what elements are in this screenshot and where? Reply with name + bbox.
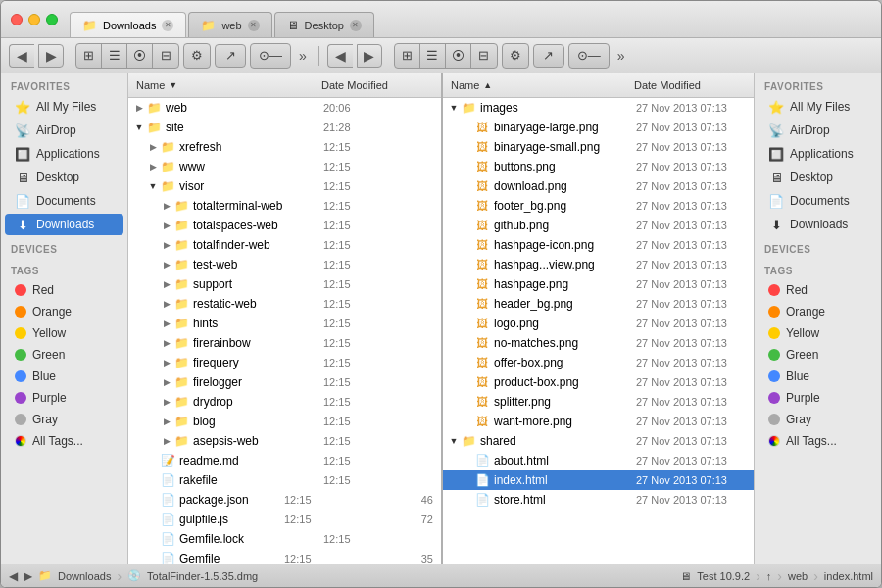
table-row[interactable]: ▶ 🖼 github.png 27 Nov 2013 07:13 bbox=[443, 216, 754, 235]
sidebar-tag-yellow[interactable]: Yellow bbox=[5, 323, 123, 343]
right-sidebar-downloads[interactable]: ⬇ Downloads bbox=[759, 214, 877, 235]
right-sidebar-tag-yellow[interactable]: Yellow bbox=[759, 323, 877, 343]
table-row[interactable]: ▶ 📝 readme.md 12:15 bbox=[128, 451, 441, 470]
table-row[interactable]: ▶ 📁 xrefresh 12:15 bbox=[128, 137, 441, 157]
table-row[interactable]: ▶ 📄 about.html 27 Nov 2013 07:13 bbox=[443, 451, 754, 470]
right-sidebar-tag-green[interactable]: Green bbox=[759, 345, 877, 365]
table-row[interactable]: ▶ 📁 totalfinder-web 12:15 bbox=[128, 235, 441, 255]
expand-arrow[interactable]: ▼ bbox=[447, 433, 461, 449]
right-sidebar-tag-orange[interactable]: Orange bbox=[759, 302, 877, 321]
column-view-button[interactable]: ⦿ bbox=[127, 44, 153, 68]
share-button[interactable]: ↗ bbox=[215, 44, 246, 68]
table-row[interactable]: ▼ 📁 images 27 Nov 2013 07:13 bbox=[443, 98, 754, 118]
tab-web[interactable]: 📁 web ✕ bbox=[188, 12, 271, 37]
table-row[interactable]: ▶ 📁 test-web 12:15 bbox=[128, 255, 441, 274]
sidebar-all-tags[interactable]: All Tags... bbox=[5, 431, 123, 451]
sidebar-tag-orange[interactable]: Orange bbox=[5, 302, 123, 321]
table-row[interactable]: ▶ 📁 web 20:06 bbox=[128, 98, 441, 118]
expand-arrow[interactable]: ▶ bbox=[160, 414, 173, 429]
sidebar-tag-purple[interactable]: Purple bbox=[5, 388, 123, 408]
table-row[interactable]: ▶ 🖼 binaryage-large.png 27 Nov 2013 07:1… bbox=[443, 118, 754, 137]
table-row[interactable]: ▶ 📁 blog 12:15 bbox=[128, 412, 441, 431]
right-sidebar-applications[interactable]: 🔲 Applications bbox=[759, 143, 877, 165]
right-forward-button[interactable]: ▶ bbox=[357, 44, 382, 68]
tab-downloads[interactable]: 📁 Downloads ✕ bbox=[70, 12, 186, 37]
table-row[interactable]: ▼ 📁 visor 12:15 bbox=[128, 176, 441, 196]
right-column-view[interactable]: ⦿ bbox=[446, 44, 471, 68]
right-sidebar-tag-gray[interactable]: Gray bbox=[759, 410, 877, 429]
icon-view-button[interactable]: ⊞ bbox=[76, 44, 102, 68]
table-row[interactable]: ▶ 📁 drydrop 12:15 bbox=[128, 392, 441, 412]
overflow-right[interactable]: » bbox=[613, 48, 629, 64]
table-row[interactable]: ▶ 🖼 hashpage-icon.png 27 Nov 2013 07:13 bbox=[443, 235, 754, 255]
table-row[interactable]: ▶ 📄 rakefile 12:15 bbox=[128, 470, 441, 490]
right-file-list[interactable]: ▼ 📁 images 27 Nov 2013 07:13 ▶ 🖼 binarya… bbox=[443, 98, 754, 564]
expand-arrow[interactable]: ▶ bbox=[160, 198, 173, 214]
arrange-button[interactable]: ⚙ bbox=[184, 44, 210, 68]
table-row[interactable]: ▶ 📄 Gemfile 12:15 35 bbox=[128, 549, 441, 564]
table-row[interactable]: ▶ 📄 store.html 27 Nov 2013 07:13 bbox=[443, 490, 754, 510]
expand-arrow[interactable]: ▶ bbox=[160, 296, 173, 312]
expand-arrow[interactable]: ▶ bbox=[160, 374, 173, 390]
table-row[interactable]: ▶ 📁 firelogger 12:15 bbox=[128, 372, 441, 392]
table-row[interactable]: ▶ 🖼 hashpag...view.png 27 Nov 2013 07:13 bbox=[443, 255, 754, 274]
table-row[interactable]: ▶ 🖼 download.png 27 Nov 2013 07:13 bbox=[443, 176, 754, 196]
expand-arrow[interactable]: ▶ bbox=[160, 335, 173, 351]
right-sidebar-tag-blue[interactable]: Blue bbox=[759, 367, 877, 386]
table-row[interactable]: ▶ 🖼 want-more.png 27 Nov 2013 07:13 bbox=[443, 412, 754, 431]
table-row[interactable]: ▶ 📁 totalspaces-web 12:15 bbox=[128, 216, 441, 235]
sidebar-downloads[interactable]: ⬇ Downloads bbox=[5, 214, 123, 235]
tab-desktop-close-button[interactable]: ✕ bbox=[350, 20, 362, 31]
maximize-button[interactable] bbox=[46, 14, 58, 25]
expand-arrow[interactable]: ▼ bbox=[447, 100, 461, 116]
left-col-date-header[interactable]: Date Modified bbox=[314, 77, 441, 93]
sidebar-tag-blue[interactable]: Blue bbox=[5, 367, 123, 386]
table-row[interactable]: ▶ 📁 asepsis-web 12:15 bbox=[128, 431, 441, 451]
table-row[interactable]: ▶ 📄 package.json 12:15 46 bbox=[128, 490, 441, 510]
right-sidebar-all-my-files[interactable]: ⭐ All My Files bbox=[759, 96, 877, 118]
right-sidebar-airdrop[interactable]: 📡 AirDrop bbox=[759, 120, 877, 141]
table-row[interactable]: ▶ 🖼 footer_bg.png 27 Nov 2013 07:13 bbox=[443, 196, 754, 216]
table-row[interactable]: ▶ 🖼 no-matches.png 27 Nov 2013 07:13 bbox=[443, 333, 754, 353]
right-sidebar-all-tags[interactable]: All Tags... bbox=[759, 431, 877, 451]
right-share-button[interactable]: ↗ bbox=[533, 44, 564, 68]
table-row[interactable]: ▶ 📄 index.html 27 Nov 2013 07:13 bbox=[443, 470, 754, 490]
tab-close-button[interactable]: ✕ bbox=[162, 20, 173, 31]
close-button[interactable] bbox=[11, 14, 23, 25]
expand-arrow[interactable]: ▶ bbox=[160, 316, 173, 331]
list-view-button[interactable]: ☰ bbox=[102, 44, 127, 68]
expand-arrow[interactable]: ▶ bbox=[160, 355, 173, 370]
table-row[interactable]: ▶ 📁 support 12:15 bbox=[128, 274, 441, 294]
sidebar-tag-gray[interactable]: Gray bbox=[5, 410, 123, 429]
sidebar-documents[interactable]: 📄 Documents bbox=[5, 190, 123, 212]
right-col-date-header[interactable]: Date Modified bbox=[626, 77, 754, 93]
tab-web-close-button[interactable]: ✕ bbox=[248, 20, 260, 31]
table-row[interactable]: ▶ 🖼 hashpage.png 27 Nov 2013 07:13 bbox=[443, 274, 754, 294]
table-row[interactable]: ▼ 📁 site 21:28 bbox=[128, 118, 441, 137]
expand-arrow[interactable]: ▶ bbox=[146, 139, 160, 155]
expand-arrow[interactable]: ▶ bbox=[160, 433, 173, 449]
overflow-left[interactable]: » bbox=[295, 48, 311, 64]
expand-arrow[interactable]: ▶ bbox=[132, 100, 146, 116]
table-row[interactable]: ▶ 🖼 offer-box.png 27 Nov 2013 07:13 bbox=[443, 353, 754, 372]
status-forward-btn[interactable]: ▶ bbox=[24, 569, 32, 583]
table-row[interactable]: ▶ 🖼 buttons.png 27 Nov 2013 07:13 bbox=[443, 157, 754, 176]
table-row[interactable]: ▶ 📁 firequery 12:15 bbox=[128, 353, 441, 372]
right-icon-view[interactable]: ⊞ bbox=[395, 44, 420, 68]
right-arrange-button[interactable]: ⚙ bbox=[503, 44, 528, 68]
expand-arrow[interactable]: ▶ bbox=[160, 218, 173, 233]
sidebar-applications[interactable]: 🔲 Applications bbox=[5, 143, 123, 165]
search-toggle[interactable]: ⊙— bbox=[251, 44, 290, 68]
right-col-name-header[interactable]: Name ▲ bbox=[443, 77, 626, 93]
back-button[interactable]: ◀ bbox=[9, 44, 34, 68]
sidebar-desktop[interactable]: 🖥 Desktop bbox=[5, 167, 123, 188]
expand-arrow[interactable]: ▶ bbox=[160, 276, 173, 292]
table-row[interactable]: ▶ 📄 Gemfile.lock 12:15 bbox=[128, 529, 441, 549]
left-file-list[interactable]: ▶ 📁 web 20:06 ▼ 📁 site 21:28 bbox=[128, 98, 441, 564]
minimize-button[interactable] bbox=[28, 14, 40, 25]
right-sidebar-tag-purple[interactable]: Purple bbox=[759, 388, 877, 408]
table-row[interactable]: ▶ 📄 gulpfile.js 12:15 72 bbox=[128, 510, 441, 529]
table-row[interactable]: ▶ 📁 firerainbow 12:15 bbox=[128, 333, 441, 353]
sidebar-tag-red[interactable]: Red bbox=[5, 280, 123, 300]
expand-arrow[interactable]: ▼ bbox=[146, 178, 160, 194]
